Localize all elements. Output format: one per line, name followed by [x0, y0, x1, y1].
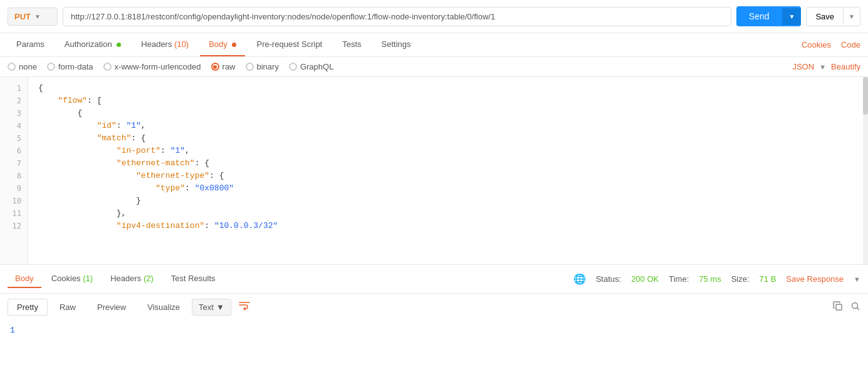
send-dropdown-icon[interactable]: ▼	[782, 8, 802, 25]
svg-rect-0	[836, 304, 842, 310]
search-icon[interactable]	[850, 301, 860, 314]
headers-count: (10)	[174, 39, 189, 49]
option-form-data[interactable]: form-data	[47, 62, 93, 71]
response-body: 1	[0, 321, 868, 340]
line-num-5: 5	[0, 132, 28, 145]
text-format-dropdown[interactable]: Text ▼	[192, 299, 231, 316]
response-tab-test-results[interactable]: Test Results	[164, 270, 223, 288]
code-line-11: },	[38, 207, 858, 220]
send-button[interactable]: Send ▼	[736, 6, 802, 26]
json-dropdown-icon[interactable]: ▼	[819, 63, 826, 71]
line-num-10: 10	[0, 195, 28, 207]
radio-graphql	[289, 63, 297, 71]
tab-authorization[interactable]: Authorization	[56, 33, 130, 56]
line-num-6: 6	[0, 145, 28, 157]
response-format-bar: Pretty Raw Preview Visualize Text ▼	[0, 294, 868, 321]
text-format-chevron-icon: ▼	[216, 302, 224, 312]
request-tabs: Params Authorization Headers (10) Body P…	[0, 33, 868, 57]
radio-raw	[211, 63, 219, 71]
code-line-8: "ethernet-type": {	[38, 170, 858, 182]
copy-icon[interactable]	[833, 301, 843, 314]
tab-tests[interactable]: Tests	[333, 33, 370, 56]
radio-form-data	[47, 63, 55, 71]
response-tabs-bar: Body Cookies (1) Headers (2) Test Result…	[0, 265, 868, 294]
code-line-6: "in-port": "1",	[38, 145, 858, 157]
response-status-info: 🌐 Status: 200 OK Time: 75 ms Size: 71 B …	[573, 273, 860, 285]
cookies-link[interactable]: Cookies	[802, 40, 831, 49]
size-label: Size:	[731, 274, 750, 284]
line-num-11: 11	[0, 207, 28, 220]
cookies-count: (1)	[83, 274, 93, 283]
method-label: PUT	[14, 12, 31, 21]
editor-scrollbar[interactable]	[863, 77, 868, 264]
code-line-7: "ethernet-match": {	[38, 157, 858, 170]
radio-none	[8, 63, 16, 71]
json-format-label[interactable]: JSON	[792, 62, 814, 71]
code-line-4: "id": "1",	[38, 120, 858, 132]
line-numbers: 1 2 3 4 5 6 7 8 9 10 11 12	[0, 77, 28, 264]
code-line-12: "ipv4-destination": "10.0.0.3/32"	[38, 220, 858, 232]
option-x-www[interactable]: x-www-form-urlencoded	[103, 62, 201, 71]
code-line-5: "match": {	[38, 132, 858, 145]
scrollbar-thumb	[863, 77, 868, 115]
visualize-button[interactable]: Visualize	[138, 299, 189, 316]
code-line-3: {	[38, 107, 858, 120]
status-value: 200 OK	[631, 274, 659, 284]
option-binary[interactable]: binary	[246, 62, 279, 71]
request-bar: PUT ▼ Send ▼ Save ▼	[0, 0, 868, 33]
beautify-button[interactable]: Beautify	[831, 62, 860, 71]
tab-params[interactable]: Params	[8, 33, 53, 56]
authorization-dot	[117, 43, 121, 47]
response-actions-right	[833, 301, 860, 314]
send-label: Send	[736, 6, 782, 26]
wrap-lines-icon[interactable]	[239, 301, 250, 314]
radio-x-www	[103, 63, 112, 71]
body-format-section: JSON ▼ Beautify	[792, 62, 860, 71]
response-tab-cookies[interactable]: Cookies (1)	[44, 270, 100, 288]
raw-button[interactable]: Raw	[50, 299, 85, 316]
response-value: 1	[10, 326, 15, 335]
radio-binary	[246, 63, 254, 71]
size-value: 71 B	[760, 274, 776, 284]
time-value: 75 ms	[699, 274, 721, 284]
line-num-1: 1	[0, 82, 28, 95]
body-type-options: none form-data x-www-form-urlencoded raw…	[0, 57, 868, 77]
response-headers-count: (2)	[144, 274, 154, 283]
tab-settings[interactable]: Settings	[373, 33, 420, 56]
tabs-right-actions: Cookies Code	[802, 40, 860, 49]
response-tab-body[interactable]: Body	[8, 270, 41, 288]
save-dropdown-icon[interactable]: ▼	[843, 9, 860, 24]
option-graphql[interactable]: GraphQL	[289, 62, 333, 71]
option-raw[interactable]: raw	[211, 62, 236, 71]
body-dot	[232, 43, 236, 47]
option-none[interactable]: none	[8, 62, 37, 71]
text-format-label: Text	[199, 302, 214, 312]
code-editor: 1 2 3 4 5 6 7 8 9 10 11 12 { "flow": [ {…	[0, 77, 868, 265]
response-tab-headers[interactable]: Headers (2)	[103, 270, 161, 288]
save-button[interactable]: Save ▼	[806, 7, 860, 26]
url-input[interactable]	[63, 7, 731, 26]
method-chevron-icon: ▼	[34, 13, 41, 20]
method-select[interactable]: PUT ▼	[8, 8, 58, 26]
line-num-3: 3	[0, 107, 28, 120]
code-line-10: }	[38, 195, 858, 207]
save-label: Save	[807, 8, 843, 26]
tab-headers[interactable]: Headers (10)	[132, 33, 197, 56]
preview-button[interactable]: Preview	[88, 299, 135, 316]
code-body[interactable]: { "flow": [ { "id": "1", "match": { "in-…	[28, 77, 868, 264]
globe-icon: 🌐	[573, 273, 586, 285]
tab-body[interactable]: Body	[200, 33, 245, 56]
line-num-8: 8	[0, 170, 28, 182]
save-response-button[interactable]: Save Response	[786, 274, 844, 284]
line-num-4: 4	[0, 120, 28, 132]
code-link[interactable]: Code	[841, 40, 860, 49]
code-line-9: "type": "0x0800"	[38, 182, 858, 195]
code-line-1: {	[38, 82, 858, 95]
line-num-9: 9	[0, 182, 28, 195]
tab-pre-request[interactable]: Pre-request Script	[248, 33, 331, 56]
status-label: Status:	[596, 274, 621, 284]
code-line-2: "flow": [	[38, 95, 858, 107]
time-label: Time:	[669, 274, 689, 284]
pretty-button[interactable]: Pretty	[8, 299, 48, 316]
save-response-dropdown-icon[interactable]: ▼	[854, 276, 860, 283]
